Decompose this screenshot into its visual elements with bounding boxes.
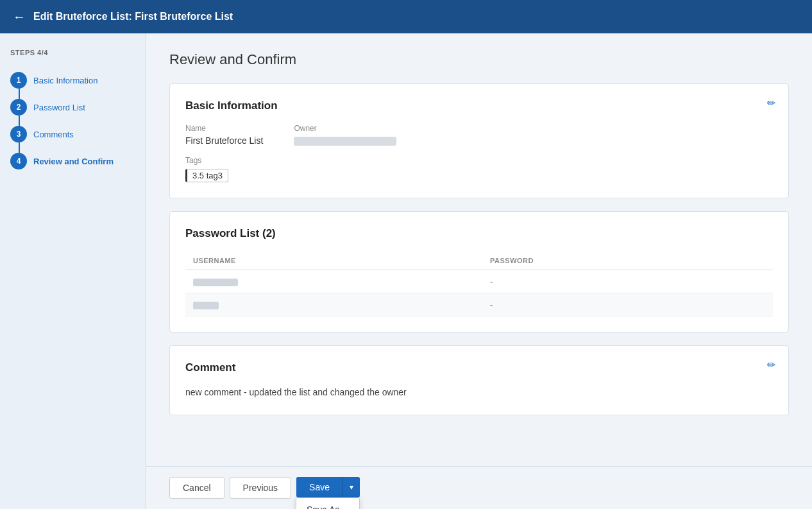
comment-text: new comment - updated the list and chang…	[185, 386, 773, 399]
tag-value: 3.5 tag3	[185, 169, 228, 182]
save-group: Save ▾ Save As	[296, 477, 360, 497]
name-label: Name	[185, 124, 263, 133]
main-content: Review and Confirm Basic Information ✏ N…	[146, 33, 812, 509]
previous-button[interactable]: Previous	[230, 477, 291, 499]
sidebar: STEPS 4/4 1 Basic Information 2 Password…	[0, 33, 146, 509]
password-table: USERNAME PASSWORD -	[185, 252, 773, 316]
step-label-3: Comments	[33, 130, 74, 139]
save-button[interactable]: Save	[296, 477, 343, 497]
sidebar-item-basic-information[interactable]: 1 Basic Information	[10, 67, 135, 94]
steps-label: STEPS 4/4	[10, 49, 135, 56]
step-circle-2: 2	[10, 99, 27, 116]
comment-card: Comment ✏ new comment - updated the list…	[169, 345, 789, 415]
name-value: First Bruteforce List	[185, 135, 263, 146]
step-circle-4: 4	[10, 153, 27, 169]
owner-label: Owner	[294, 124, 396, 133]
col-password: PASSWORD	[482, 252, 773, 270]
password-list-card: Password List (2) USERNAME PASSWORD -	[169, 211, 789, 332]
comment-edit-icon[interactable]: ✏	[767, 359, 775, 371]
basic-information-card: Basic Information ✏ Name First Bruteforc…	[169, 83, 789, 198]
page-title: Review and Confirm	[169, 51, 789, 68]
password-list-title: Password List (2)	[185, 227, 773, 240]
sidebar-item-review-confirm[interactable]: 4 Review and Confirm	[10, 148, 135, 175]
step-label-4: Review and Confirm	[33, 157, 114, 166]
basic-info-edit-icon[interactable]: ✏	[767, 97, 775, 109]
back-button[interactable]: ←	[13, 10, 26, 24]
username-redacted-2	[193, 302, 219, 309]
header-title-name: First Bruteforce List	[135, 11, 233, 22]
username-cell-2	[185, 293, 482, 316]
tags-label: Tags	[185, 156, 773, 165]
tags-field: Tags 3.5 tag3	[185, 156, 773, 182]
password-cell-2: -	[482, 293, 773, 316]
sidebar-item-comments[interactable]: 3 Comments	[10, 121, 135, 148]
step-circle-1: 1	[10, 72, 27, 89]
chevron-down-icon: ▾	[350, 483, 353, 492]
basic-info-fields: Name First Bruteforce List Owner	[185, 124, 773, 146]
header-title: Edit Bruteforce List: First Bruteforce L…	[33, 11, 233, 22]
step-label-1: Basic Information	[33, 76, 97, 85]
owner-redacted-value	[294, 137, 396, 146]
header-title-prefix: Edit Bruteforce List:	[33, 11, 132, 22]
comment-title: Comment	[185, 361, 773, 374]
save-dropdown-button[interactable]: ▾	[343, 477, 360, 497]
owner-field: Owner	[294, 124, 396, 146]
password-cell-1: -	[482, 270, 773, 293]
sidebar-item-password-list[interactable]: 2 Password List	[10, 94, 135, 121]
cancel-button[interactable]: Cancel	[169, 477, 224, 499]
save-as-option[interactable]: Save As	[296, 498, 359, 509]
table-row: -	[185, 270, 773, 293]
header: ← Edit Bruteforce List: First Bruteforce…	[0, 0, 812, 33]
table-row: -	[185, 293, 773, 316]
step-circle-3: 3	[10, 126, 27, 142]
save-dropdown-menu: Save As	[296, 497, 360, 509]
name-field: Name First Bruteforce List	[185, 124, 263, 146]
username-cell-1	[185, 270, 482, 293]
basic-info-title: Basic Information	[185, 99, 773, 112]
username-redacted-1	[193, 279, 238, 286]
step-label-2: Password List	[33, 103, 85, 112]
col-username: USERNAME	[185, 252, 482, 270]
footer: Cancel Previous Save ▾ Save As	[146, 466, 812, 509]
